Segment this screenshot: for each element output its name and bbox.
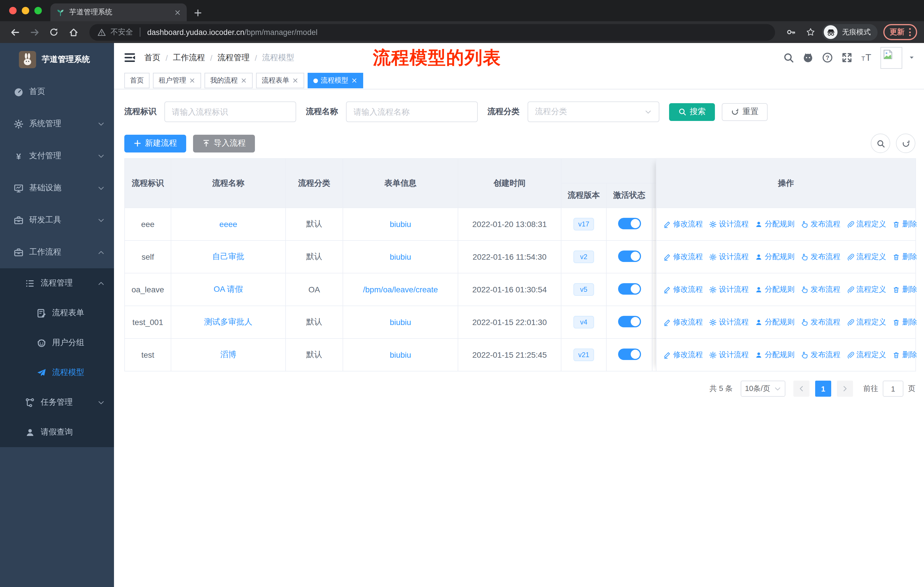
active-status-toggle[interactable] <box>618 316 641 327</box>
assign-rules-link[interactable]: 分配规则 <box>755 350 795 360</box>
tag-1[interactable]: 首页 <box>124 73 150 88</box>
process-definition-link[interactable]: 流程定义 <box>846 219 886 229</box>
design-process-link[interactable]: 设计流程 <box>709 251 749 262</box>
sidebar-item-10[interactable]: 流程模型 <box>0 358 114 387</box>
show-search-button[interactable] <box>871 134 890 153</box>
delete-link[interactable]: 删除 <box>893 350 917 360</box>
design-process-link[interactable]: 设计流程 <box>709 284 749 294</box>
close-icon[interactable] <box>241 78 247 84</box>
design-process-link[interactable]: 设计流程 <box>709 219 749 229</box>
form-info-link[interactable]: biubiu <box>390 317 411 327</box>
zoom-window-button[interactable] <box>35 7 42 14</box>
create-process-button[interactable]: 新建流程 <box>124 134 186 152</box>
tag-2[interactable]: 租户管理 <box>153 73 201 88</box>
breadcrumb-item[interactable]: 流程管理 <box>218 53 250 63</box>
sidebar-collapse-icon[interactable] <box>124 51 136 64</box>
delete-link[interactable]: 删除 <box>893 251 917 262</box>
fullscreen-icon[interactable] <box>842 52 852 63</box>
reload-button[interactable] <box>46 24 62 40</box>
form-info-link[interactable]: biubiu <box>390 252 411 261</box>
process-name-link[interactable]: 滔博 <box>220 350 236 359</box>
window-controls[interactable] <box>9 7 42 14</box>
avatar-caret-icon[interactable] <box>909 55 915 61</box>
goto-page-input[interactable] <box>883 380 903 397</box>
font-size-icon[interactable]: TT <box>861 52 872 63</box>
publish-process-link[interactable]: 发布流程 <box>801 317 840 327</box>
close-icon[interactable] <box>189 78 195 84</box>
tag-5[interactable]: 流程模型 <box>308 73 363 88</box>
breadcrumb-item[interactable]: 首页 <box>144 53 160 63</box>
process-name-input[interactable] <box>346 101 478 122</box>
sidebar-logo-row[interactable]: 芋道管理系统 <box>0 43 114 76</box>
publish-process-link[interactable]: 发布流程 <box>801 251 840 262</box>
import-process-button[interactable]: 导入流程 <box>193 134 255 152</box>
user-avatar[interactable] <box>881 47 902 68</box>
close-icon[interactable] <box>292 78 299 84</box>
sidebar-item-6[interactable]: 工作流程 <box>0 236 114 268</box>
form-info-link[interactable]: biubiu <box>390 350 411 359</box>
password-key-icon[interactable] <box>783 24 799 40</box>
design-process-link[interactable]: 设计流程 <box>709 350 749 360</box>
browser-tab[interactable]: 芋道管理系统 <box>50 3 187 21</box>
current-page-button[interactable]: 1 <box>815 380 831 397</box>
minimize-window-button[interactable] <box>22 7 29 14</box>
sidebar-item-3[interactable]: ¥支付管理 <box>0 140 114 172</box>
process-name-link[interactable]: eeee <box>219 220 237 229</box>
sidebar-item-4[interactable]: 基础设施 <box>0 172 114 204</box>
active-status-toggle[interactable] <box>618 283 641 294</box>
refresh-table-button[interactable] <box>896 134 916 153</box>
active-status-toggle[interactable] <box>618 250 641 262</box>
form-info-link[interactable]: biubiu <box>390 220 411 229</box>
sidebar-item-9[interactable]: 用户分组 <box>0 328 114 358</box>
forward-button[interactable] <box>26 24 42 40</box>
close-window-button[interactable] <box>9 7 16 14</box>
help-icon[interactable]: ? <box>822 52 833 63</box>
publish-process-link[interactable]: 发布流程 <box>801 219 840 229</box>
github-icon[interactable] <box>803 52 813 63</box>
breadcrumb-item[interactable]: 工作流程 <box>173 53 205 63</box>
sidebar-item-12[interactable]: 请假查询 <box>0 417 114 447</box>
modify-process-link[interactable]: 修改流程 <box>663 350 703 360</box>
search-button[interactable]: 搜索 <box>669 103 715 121</box>
process-category-select[interactable]: 流程分类 <box>528 101 659 122</box>
page-size-select[interactable]: 10条/页 <box>741 380 785 397</box>
delete-link[interactable]: 删除 <box>893 284 917 294</box>
browser-menu-kebab-icon[interactable] <box>909 28 911 36</box>
reset-button[interactable]: 重置 <box>722 103 767 121</box>
address-bar[interactable]: 不安全 dashboard.yudao.iocoder.cn/bpm/manag… <box>89 24 775 40</box>
tag-3[interactable]: 我的流程 <box>205 73 252 88</box>
browser-update-button[interactable]: 更新 <box>883 24 917 40</box>
tag-4[interactable]: 流程表单 <box>256 73 304 88</box>
delete-link[interactable]: 删除 <box>893 317 917 327</box>
delete-link[interactable]: 删除 <box>893 219 917 229</box>
assign-rules-link[interactable]: 分配规则 <box>755 219 795 229</box>
sidebar-item-1[interactable]: 首页 <box>0 76 114 108</box>
modify-process-link[interactable]: 修改流程 <box>663 284 703 294</box>
modify-process-link[interactable]: 修改流程 <box>663 219 703 229</box>
next-page-button[interactable] <box>837 380 853 397</box>
active-status-toggle[interactable] <box>618 348 641 360</box>
tab-close-icon[interactable] <box>174 9 181 16</box>
assign-rules-link[interactable]: 分配规则 <box>755 284 795 294</box>
back-button[interactable] <box>7 24 23 40</box>
sidebar-item-11[interactable]: 任务管理 <box>0 387 114 417</box>
process-definition-link[interactable]: 流程定义 <box>846 317 886 327</box>
active-status-toggle[interactable] <box>618 218 641 229</box>
process-definition-link[interactable]: 流程定义 <box>846 350 886 360</box>
home-button[interactable] <box>65 24 81 40</box>
modify-process-link[interactable]: 修改流程 <box>663 251 703 262</box>
sidebar-item-8[interactable]: 流程表单 <box>0 298 114 328</box>
search-icon[interactable] <box>783 52 794 63</box>
process-definition-link[interactable]: 流程定义 <box>846 251 886 262</box>
bookmark-star-icon[interactable] <box>803 24 818 40</box>
design-process-link[interactable]: 设计流程 <box>709 317 749 327</box>
process-id-input[interactable] <box>164 101 296 122</box>
process-name-link[interactable]: OA 请假 <box>214 284 243 293</box>
sidebar-item-7[interactable]: 流程管理 <box>0 268 114 298</box>
publish-process-link[interactable]: 发布流程 <box>801 284 840 294</box>
assign-rules-link[interactable]: 分配规则 <box>755 317 795 327</box>
publish-process-link[interactable]: 发布流程 <box>801 350 840 360</box>
prev-page-button[interactable] <box>794 380 809 397</box>
sidebar-item-5[interactable]: 研发工具 <box>0 204 114 236</box>
new-tab-button[interactable] <box>194 8 202 17</box>
